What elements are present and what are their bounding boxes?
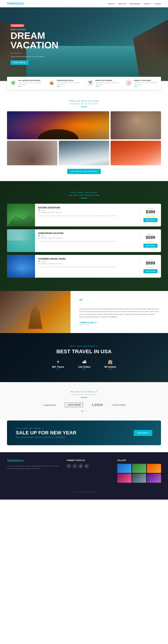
hero-section: From $399.00 Search Your Next DREAM VACA… <box>0 7 168 81</box>
dest-card-venice[interactable] <box>111 141 161 165</box>
logo[interactable]: TRAVOSCA <box>7 2 24 5</box>
hero-tagline: Explore Beautiful Destination Around The… <box>10 56 58 58</box>
nav-pages[interactable]: Pages ▾ <box>144 3 151 5</box>
stat-tours: ✈ 367 Tours Tours <box>52 360 64 370</box>
footer-grid: TRAVOSCA Lorem ipsum dolor sit amet, con… <box>7 459 161 483</box>
pkg-stars-2: ★★★★☆ <box>146 266 155 268</box>
social-icons: f t in p <box>66 464 110 468</box>
feature-destinations-title: 300+ AMAZING DESTINATIONS <box>18 80 42 81</box>
pkg-btn-0[interactable]: VIEW DETAILS <box>144 218 158 222</box>
dest-card-large[interactable] <box>7 111 109 139</box>
footer-about-text: Lorem ipsum dolor sit amet, consectetur … <box>7 465 59 470</box>
featured-logos: ● logolpsum LOGO IPSUM LOGO LOGOYSUM <box>7 403 161 407</box>
package-card-0: NATURE ADVENTURE 📅 7 Days 🕐 Availability… <box>7 204 161 226</box>
nav-links: Home ▾ About Us Destinations Pages ▾ Con… <box>108 3 161 5</box>
destinations-grid <box>7 111 161 165</box>
footer: TRAVOSCA Lorem ipsum dolor sit amet, con… <box>0 452 168 500</box>
pkg-btn-1[interactable]: VIEW DETAILS <box>144 244 158 248</box>
gallery-item-4[interactable] <box>117 474 131 483</box>
gallery-item-1[interactable] <box>117 464 131 473</box>
gallery-item-2[interactable] <box>132 464 146 473</box>
gallery-item-5[interactable] <box>132 474 146 483</box>
dest-card-waterfall[interactable] <box>111 111 161 139</box>
logo-4: LOGOYSUM <box>112 404 125 406</box>
hero-badge: From $399.00 <box>10 24 24 27</box>
pagination-dots <box>7 411 161 412</box>
social-twitter[interactable]: t <box>72 464 77 468</box>
featured-sub: OUR MEDIA PARTNERS <box>7 394 161 396</box>
social-pinterest[interactable]: p <box>84 464 89 468</box>
pkg-price-2: Start from $999 ★★★★☆ VIEW DETAILS <box>140 255 161 278</box>
feature-hotel-title: COMFORTABLE HOTEL <box>57 80 81 81</box>
testimonial-image <box>0 291 71 333</box>
guide-icon: 🧭 <box>126 80 132 86</box>
stat-cities-number: 124 Cities <box>78 365 90 368</box>
nav-about[interactable]: About Us <box>118 3 126 5</box>
tour-sub: THE BEST RECOMMENDATION <box>7 194 161 196</box>
stat-cities: 🏙 124 Cities Cities <box>78 360 90 370</box>
sale-label: LET'S JOIN AND PROVE IT <box>16 428 76 429</box>
pkg-desc-2: Lorem ipsum dolor sit amet, consectetur … <box>38 266 137 268</box>
feature-guide-text: Lorem ipsum dolor sit amet, consectetur … <box>134 82 158 86</box>
sale-sub: BOOK NOW AND GET 50% OFF SALE FOR ALL PA… <box>16 436 76 438</box>
pkg-btn-2[interactable]: VIEW DETAILS <box>144 269 158 273</box>
pkg-price-label-0: Start from <box>148 208 153 210</box>
features-bar: 🌿 300+ AMAZING DESTINATIONS Lorem ipsum … <box>7 77 161 90</box>
feature-booking: 📅 SUPER FAST BOOKING Lorem ipsum dolor s… <box>84 77 123 90</box>
social-instagram[interactable]: in <box>78 464 83 468</box>
sale-content: LET'S JOIN AND PROVE IT SALE UP FOR NEW … <box>16 428 76 438</box>
pkg-stars-0: ★★★★★ <box>146 215 155 217</box>
pkg-price-1: Start from $599 ★★★★☆ VIEW DETAILS <box>140 229 161 252</box>
stats-title: BEST TRAVEL IN USA <box>7 348 161 354</box>
feature-booking-text: Lorem ipsum dolor sit amet, consectetur … <box>95 82 120 86</box>
gallery-item-3[interactable] <box>147 464 161 473</box>
tour-packages-section: OUR TOUR PACKAGES THE BEST RECOMMENDATIO… <box>0 181 168 291</box>
nav-destinations[interactable]: Destinations <box>130 3 140 5</box>
sale-button[interactable]: BOOK NOW ❯ <box>134 430 152 436</box>
pkg-name-2: STUNNING CRUISE TOURS <box>38 258 137 260</box>
pkg-img-1 <box>7 229 35 252</box>
pkg-desc-0: Lorem ipsum dolor sit amet, consectetur … <box>38 215 137 217</box>
stat-hotels-label: Hotels <box>105 368 116 370</box>
testimonial-text: Lorem ipsum dolor sit amet, consectetur … <box>79 308 159 318</box>
hero-dots <box>10 51 58 54</box>
dest-card-arch[interactable] <box>7 141 57 165</box>
hero-cta-button[interactable]: BOOK NOW ❯ <box>10 60 28 65</box>
pkg-img-0 <box>7 204 35 226</box>
logo-3: LOGO <box>92 403 103 407</box>
pkg-price-amount-1: $599 <box>146 235 155 240</box>
feature-hotel: 🏨 COMFORTABLE HOTEL Lorem ipsum dolor si… <box>45 77 84 90</box>
testimonial-section: " Lorem ipsum dolor sit amet, consectetu… <box>0 291 168 333</box>
pkg-details-1: HONEYMOON VACATION 📅 14 Days 🕐 Availabil… <box>35 229 140 252</box>
cities-icon: 🏙 <box>78 360 90 364</box>
quote-icon: " <box>79 298 159 305</box>
booking-icon: 📅 <box>87 80 94 86</box>
tours-icon: ✈ <box>52 360 64 364</box>
pkg-img-2 <box>7 255 35 278</box>
feature-guide-title: FRIENDLY TOUR GUIDE <box>134 80 158 81</box>
nav-contact[interactable]: Contact <box>154 3 161 5</box>
featured-label: WE ARE FEATURED IN <box>7 391 161 393</box>
footer-connect-title: CONNECT WITH US <box>66 459 110 461</box>
tour-label: OUR TOUR PACKAGES <box>7 192 161 193</box>
hero-title: DREAM VACATION <box>10 31 58 50</box>
pkg-name-0: NATURE ADVENTURE <box>38 206 137 209</box>
testimonial-content: " Lorem ipsum dolor sit amet, consectetu… <box>71 291 168 333</box>
pkg-details-0: NATURE ADVENTURE 📅 7 Days 🕐 Availability… <box>35 204 140 226</box>
stats-section: LET'S JOIN AND PROVE IT BEST TRAVEL IN U… <box>0 333 168 382</box>
footer-connect: CONNECT WITH US f t in p <box>66 459 110 483</box>
pkg-desc-1: Lorem ipsum dolor sit amet, consectetur … <box>38 240 137 242</box>
dest-card-mountain[interactable] <box>59 141 109 165</box>
pkg-price-0: Start from $399 ★★★★★ VIEW DETAILS <box>140 204 161 226</box>
package-card-2: STUNNING CRUISE TOURS 📅 30 Days 🕐 Availa… <box>7 255 161 278</box>
gallery-grid <box>117 464 161 483</box>
stat-hotels: 🏨 95 Hotels Hotels <box>105 360 116 370</box>
nav-home[interactable]: Home ▾ <box>108 3 115 5</box>
explore-button[interactable]: EXPLORE ALL DESTINATIONS <box>67 169 101 174</box>
social-facebook[interactable]: f <box>66 464 71 468</box>
sale-banner: LET'S JOIN AND PROVE IT SALE UP FOR NEW … <box>7 420 161 445</box>
pkg-price-label-1: Start from <box>148 234 153 235</box>
gallery-item-6[interactable] <box>147 474 161 483</box>
pkg-days-2: 30 Days <box>41 261 46 262</box>
footer-gallery-title: GALLERY <box>117 459 161 461</box>
